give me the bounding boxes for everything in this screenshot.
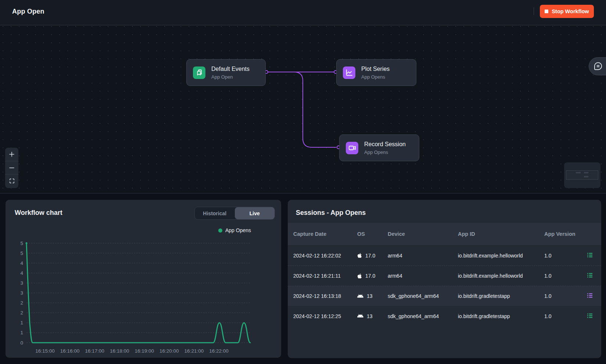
svg-text:1: 1 — [20, 330, 23, 335]
svg-text:4: 4 — [20, 270, 23, 276]
svg-text:16:19:00: 16:19:00 — [135, 348, 154, 354]
svg-text:16:15:00: 16:15:00 — [35, 348, 55, 354]
svg-text:16:17:00: 16:17:00 — [85, 348, 104, 354]
svg-text:0: 0 — [20, 340, 23, 346]
svg-text:4: 4 — [20, 260, 23, 266]
svg-text:2: 2 — [20, 300, 23, 306]
svg-text:16:18:00: 16:18:00 — [110, 348, 129, 354]
svg-text:16:16:00: 16:16:00 — [60, 348, 80, 354]
svg-text:5: 5 — [20, 251, 23, 256]
svg-text:3: 3 — [20, 280, 23, 286]
svg-text:16:22:00: 16:22:00 — [209, 348, 229, 354]
svg-text:3: 3 — [20, 290, 23, 296]
svg-text:2: 2 — [20, 310, 23, 316]
svg-text:1: 1 — [20, 320, 23, 325]
svg-text:16:20:00: 16:20:00 — [159, 348, 179, 354]
svg-text:5: 5 — [20, 241, 23, 246]
svg-text:16:21:00: 16:21:00 — [184, 348, 204, 354]
